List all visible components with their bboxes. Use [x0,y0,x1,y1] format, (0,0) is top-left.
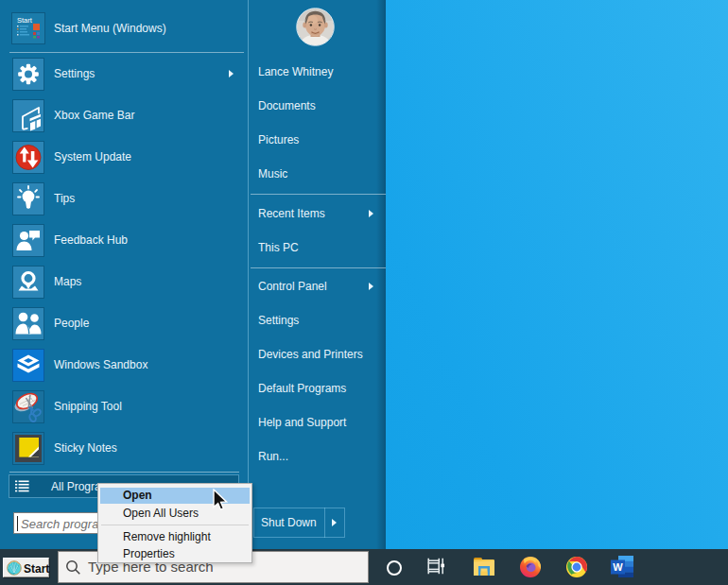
svg-text:Start: Start [17,16,33,25]
svg-text:W: W [613,561,623,573]
